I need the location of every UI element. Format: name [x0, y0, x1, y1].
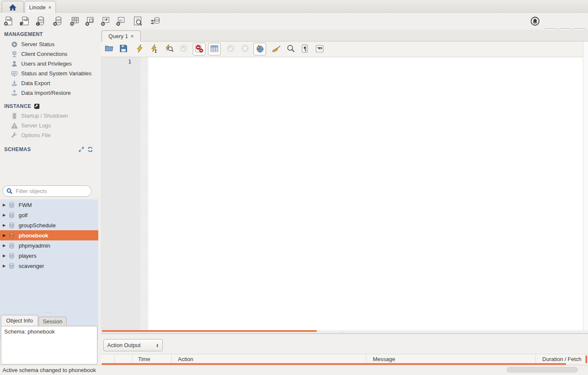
- output-selector[interactable]: Action Output ▲▼: [103, 339, 163, 351]
- stop-execution-icon: [179, 44, 188, 54]
- close-icon[interactable]: ×: [130, 33, 134, 39]
- sidebar-item-startup-shutdown[interactable]: Startup / Shutdown: [11, 111, 68, 121]
- schema-filter-input[interactable]: [16, 188, 83, 194]
- schema-row-scavenger[interactable]: ▶ scavenger: [0, 261, 98, 271]
- toggle-invisible-characters-button[interactable]: ¶: [299, 43, 311, 55]
- schema-name: scavenger: [19, 263, 44, 269]
- spinner-arrows-icon: ▲▼: [156, 343, 159, 347]
- explain-statement-button[interactable]: [163, 43, 175, 55]
- connection-tab-linode[interactable]: Linode ×: [25, 1, 56, 13]
- create-table-button[interactable]: [67, 14, 82, 29]
- output-vertical-scrollbar-thumb[interactable]: [585, 356, 587, 363]
- schema-icon: [8, 263, 15, 269]
- column-header-duration-fetch[interactable]: Duration / Fetch: [536, 354, 588, 364]
- create-table-icon: [69, 16, 80, 28]
- schema-row-golf[interactable]: ▶ golf: [0, 210, 98, 220]
- notification-beacon-button[interactable]: [528, 14, 542, 29]
- expander-icon[interactable]: ▶: [0, 203, 8, 207]
- create-schema-icon: [53, 16, 64, 28]
- open-file-button[interactable]: [103, 43, 115, 55]
- expand-tree-icon[interactable]: [78, 146, 84, 152]
- refresh-icon[interactable]: [87, 146, 93, 152]
- sidebar-item-server-logs[interactable]: Server Logs: [11, 121, 51, 130]
- column-header-message[interactable]: Message: [366, 354, 536, 364]
- mysql-workbench-window: Linode × SQL SQL i f(): [0, 0, 588, 375]
- schema-row-phpmyadmin[interactable]: ▶ phpmyadmin: [0, 240, 98, 251]
- reconnect-dbms-icon: [150, 16, 161, 28]
- editor-vertical-scrollbar[interactable]: [583, 41, 588, 330]
- wrench-icon: [11, 132, 18, 139]
- create-function-button[interactable]: f(): [114, 14, 128, 29]
- sidebar-item-options-file[interactable]: Options File: [11, 130, 50, 140]
- tab-object-info[interactable]: Object Info: [1, 315, 38, 326]
- execute-current-statement-button[interactable]: [148, 43, 161, 55]
- schema-name: groupSchedule: [19, 222, 55, 229]
- sidebar-item-server-status[interactable]: Server Status: [11, 39, 55, 49]
- svg-text:SQL: SQL: [23, 19, 29, 21]
- create-view-icon: [84, 16, 95, 28]
- open-sql-script-button[interactable]: SQL: [17, 14, 32, 29]
- create-view-button[interactable]: [83, 14, 97, 29]
- schema-row-fwm[interactable]: ▶ FWM: [0, 200, 98, 210]
- create-schema-button[interactable]: [51, 14, 65, 29]
- sidebar-item-data-import[interactable]: Data Import/Restore: [11, 88, 71, 98]
- users-icon: [11, 61, 18, 67]
- expander-icon[interactable]: ▶: [0, 254, 8, 258]
- overlay-scrollbar-thumb[interactable]: [507, 367, 578, 372]
- search-table-data-icon: [133, 16, 144, 28]
- expander-icon[interactable]: ▶: [0, 223, 8, 227]
- expander-icon[interactable]: ▶: [0, 213, 8, 217]
- new-sql-tab-button[interactable]: SQL: [1, 14, 16, 29]
- sidebar-item-client-connections[interactable]: Client Connections: [11, 49, 67, 59]
- schema-name: players: [19, 253, 36, 259]
- expander-icon[interactable]: ▶: [0, 233, 8, 237]
- toggle-stop-on-error-button[interactable]: [193, 43, 205, 55]
- schema-row-players[interactable]: ▶ players: [0, 251, 98, 261]
- column-header-time[interactable]: Time: [133, 354, 172, 364]
- beautify-script-icon: [272, 44, 281, 54]
- limit-rows-icon: [210, 44, 219, 55]
- find-in-script-button[interactable]: [284, 43, 297, 55]
- tab-session[interactable]: Session: [39, 317, 67, 326]
- data-import-icon: [11, 90, 18, 97]
- sidebar-item-data-export[interactable]: Data Export: [11, 78, 50, 88]
- sql-editor-text-area[interactable]: [148, 57, 583, 330]
- sidebar-item-label: Server Logs: [21, 122, 51, 129]
- toggle-autocommit-button[interactable]: [253, 43, 266, 55]
- schema-row-groupschedule[interactable]: ▶ groupSchedule: [0, 220, 98, 230]
- search-table-data-button[interactable]: [131, 14, 145, 29]
- main-toolbar: SQL SQL i f(): [0, 13, 588, 30]
- database-info-button[interactable]: i: [33, 14, 48, 29]
- column-header-action[interactable]: Action: [172, 354, 366, 364]
- expander-icon[interactable]: ▶: [0, 243, 8, 248]
- editor-horizontal-scrollbar-thumb[interactable]: [102, 330, 317, 332]
- new-sql-tab-icon: SQL: [3, 16, 14, 28]
- splitter-grip[interactable]: ⋯: [340, 332, 344, 334]
- tab-session-label: Session: [43, 318, 62, 325]
- reconnect-dbms-button[interactable]: [148, 14, 162, 29]
- rollback-transaction-button[interactable]: [239, 43, 251, 55]
- close-icon[interactable]: ×: [48, 5, 52, 10]
- word-wrap-icon: [315, 44, 324, 54]
- limit-rows-button[interactable]: [208, 43, 221, 55]
- column-header-index[interactable]: [115, 354, 133, 364]
- sidebar-splitter-grip[interactable]: ⋯⋯: [44, 312, 52, 314]
- home-tab[interactable]: [2, 1, 24, 13]
- beautify-script-button[interactable]: [270, 43, 283, 55]
- stop-execution-button[interactable]: [177, 43, 190, 55]
- schema-filter[interactable]: [3, 185, 92, 197]
- execute-script-button[interactable]: [133, 43, 146, 55]
- search-icon: [6, 188, 13, 194]
- sidebar-item-label: Server Status: [21, 41, 55, 47]
- sidebar-item-users-privileges[interactable]: Users and Privileges: [11, 59, 72, 69]
- schema-row-phonebook[interactable]: ▶ phonebook: [0, 230, 98, 240]
- expander-icon[interactable]: ▶: [0, 264, 8, 268]
- window-resize-grip[interactable]: ⋰⋰: [579, 367, 587, 369]
- column-header-status[interactable]: [101, 354, 115, 364]
- create-procedure-button[interactable]: [98, 14, 113, 29]
- save-script-button[interactable]: [117, 43, 130, 55]
- commit-transaction-button[interactable]: [224, 43, 237, 55]
- sidebar-item-status-system-variables[interactable]: Status and System Variables: [11, 69, 92, 78]
- toggle-word-wrap-button[interactable]: [313, 43, 326, 55]
- tab-query-1[interactable]: Query 1 ×: [102, 30, 141, 41]
